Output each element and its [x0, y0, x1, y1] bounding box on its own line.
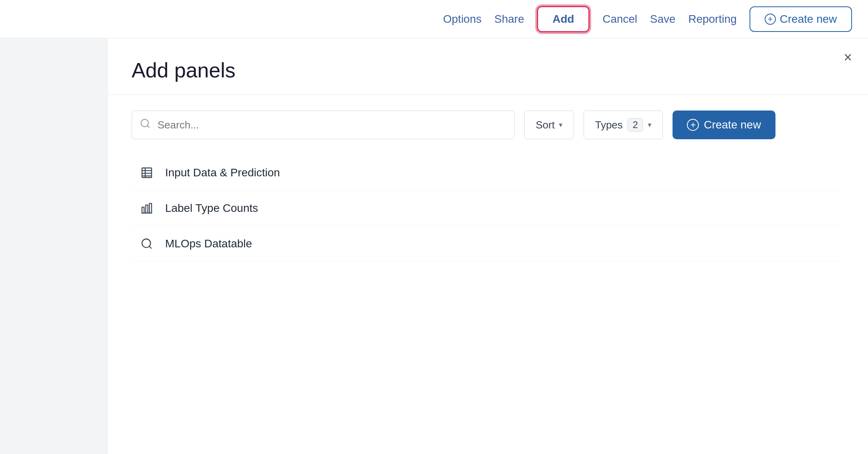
sidebar	[0, 38, 108, 454]
svg-line-12	[149, 246, 152, 249]
svg-rect-8	[146, 205, 148, 213]
list-item-label: Label Type Counts	[165, 202, 258, 215]
navbar-save[interactable]: Save	[650, 13, 676, 26]
svg-rect-9	[150, 203, 152, 213]
sort-chevron-icon: ▾	[559, 120, 562, 129]
list-item[interactable]: Input Data & Prediction	[132, 155, 844, 191]
svg-line-1	[147, 126, 149, 128]
panel-header: Add panels ×	[108, 38, 868, 95]
navbar-create-new-button[interactable]: + Create new	[750, 6, 852, 32]
main-panel: Add panels × Sort ▾ Types 2 ▾ + Create n…	[108, 38, 868, 454]
create-plus-circle-icon: +	[687, 119, 699, 131]
panel-list: Input Data & Prediction Label Type Count…	[108, 151, 868, 266]
close-button[interactable]: ×	[844, 50, 852, 65]
toolbar-row: Sort ▾ Types 2 ▾ + Create new	[108, 95, 868, 151]
search-icon	[140, 118, 151, 132]
search-container	[132, 111, 515, 139]
panel-title: Add panels	[132, 58, 844, 82]
create-new-label: Create new	[704, 118, 761, 131]
list-item-label: Input Data & Prediction	[165, 166, 280, 179]
navbar: Options Share Add Cancel Save Reporting …	[0, 0, 868, 38]
navbar-add-button[interactable]: Add	[537, 6, 590, 32]
create-new-button[interactable]: + Create new	[673, 111, 775, 139]
list-item[interactable]: MLOps Datatable	[132, 226, 844, 262]
navbar-create-new-label: Create new	[780, 13, 837, 26]
navbar-cancel[interactable]: Cancel	[602, 13, 637, 26]
navbar-share[interactable]: Share	[494, 13, 524, 26]
list-item-label: MLOps Datatable	[165, 237, 252, 250]
svg-point-0	[141, 119, 149, 127]
table-icon	[140, 166, 154, 179]
sort-label: Sort	[536, 119, 555, 131]
navbar-reporting[interactable]: Reporting	[688, 13, 736, 26]
search-input[interactable]	[132, 111, 515, 139]
sort-button[interactable]: Sort ▾	[524, 111, 574, 139]
list-item[interactable]: Label Type Counts	[132, 191, 844, 226]
bar-chart-icon	[140, 202, 154, 215]
svg-rect-7	[142, 207, 144, 213]
navbar-options[interactable]: Options	[443, 13, 482, 26]
svg-point-11	[142, 239, 150, 247]
types-count-badge: 2	[627, 118, 643, 132]
navbar-plus-circle-icon: +	[765, 14, 776, 25]
types-chevron-icon: ▾	[648, 120, 651, 129]
magnify-icon	[140, 237, 154, 250]
types-button[interactable]: Types 2 ▾	[584, 111, 663, 139]
types-label: Types	[595, 119, 623, 131]
